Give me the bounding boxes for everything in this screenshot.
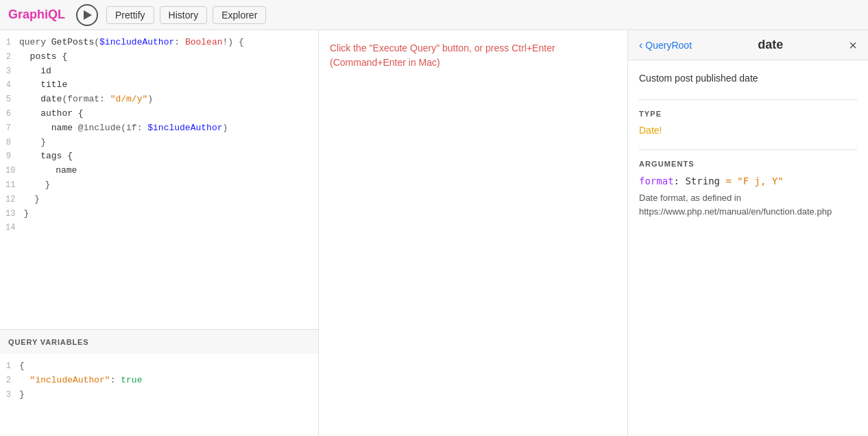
token: }: [23, 194, 39, 204]
line-content[interactable]: name @include(if: $includeAuthor): [19, 121, 318, 136]
query-variables-editor[interactable]: 1{2 "includeAuthor": true3}: [0, 354, 318, 436]
docs-back-link[interactable]: ‹ QueryRoot: [639, 39, 692, 51]
line-content[interactable]: "includeAuthor": true: [19, 374, 318, 388]
line-number: 13: [0, 207, 23, 221]
table-row: 11 }: [0, 178, 318, 193]
chevron-left-icon: ‹: [639, 39, 642, 51]
result-hint: Click the "Execute Query" button, or pre…: [330, 41, 616, 70]
query-editor[interactable]: 1query GetPosts($includeAuthor: Boolean!…: [0, 30, 318, 329]
token: date: [19, 94, 62, 104]
token: (: [94, 37, 99, 47]
line-content[interactable]: id: [19, 64, 318, 79]
line-content[interactable]: author {: [19, 107, 318, 121]
line-number: 11: [0, 178, 23, 192]
argument-row: format: String = "F j, Y" Date format, a…: [639, 175, 857, 218]
table-row: 3 id: [0, 64, 318, 79]
arg-default: = "F j, Y": [720, 175, 784, 186]
prettify-button[interactable]: Prettify: [106, 6, 154, 24]
token: ): [147, 94, 153, 104]
table-row: 1{: [0, 359, 318, 374]
line-number: 14: [0, 221, 23, 234]
token: $includeAuthor: [147, 123, 222, 133]
token: @include: [78, 123, 121, 133]
table-row: 2 "includeAuthor": true: [0, 374, 318, 388]
line-content[interactable]: }: [19, 136, 318, 150]
line-number: 7: [0, 121, 19, 135]
line-number: 2: [0, 50, 19, 64]
token: id: [19, 66, 51, 76]
line-content[interactable]: tags {: [19, 149, 318, 164]
token: Boolean: [185, 37, 223, 47]
table-row: 7 name @include(if: $includeAuthor): [0, 121, 318, 136]
table-row: 2 posts {: [0, 50, 318, 64]
table-row: 6 author {: [0, 107, 318, 121]
token: true: [121, 375, 142, 385]
type-section-title: TYPE: [639, 110, 857, 118]
docs-field-title: date: [692, 38, 849, 52]
line-number: 9: [0, 149, 19, 163]
line-content[interactable]: title: [19, 78, 318, 93]
main-area: 1query GetPosts($includeAuthor: Boolean!…: [0, 30, 868, 436]
divider: [639, 99, 857, 100]
header: GraphiQL Prettify History Explorer: [0, 0, 868, 30]
docs-body: Custom post published date TYPE Date! AR…: [628, 60, 868, 436]
line-number: 3: [0, 388, 19, 402]
history-button[interactable]: History: [160, 6, 208, 24]
line-number: 1: [0, 359, 19, 373]
docs-description: Custom post published date: [639, 71, 857, 86]
token: (if:: [121, 123, 147, 133]
table-row: 10 name: [0, 164, 318, 178]
token: :: [110, 375, 121, 385]
line-content[interactable]: }: [23, 207, 318, 221]
line-content[interactable]: {: [19, 359, 318, 374]
type-value[interactable]: Date!: [639, 125, 857, 136]
token: ): [222, 123, 228, 133]
line-content[interactable]: }: [19, 388, 318, 402]
token: $includeAuthor: [99, 37, 174, 47]
token: }: [19, 137, 46, 147]
line-content[interactable]: }: [23, 193, 318, 207]
table-row: 13}: [0, 207, 318, 221]
token: (format:: [62, 94, 110, 104]
execute-query-button[interactable]: [76, 4, 98, 26]
table-row: 1query GetPosts($includeAuthor: Boolean!…: [0, 36, 318, 50]
token: title: [19, 80, 67, 90]
token: }: [23, 180, 50, 190]
line-number: 1: [0, 36, 19, 49]
docs-back-label[interactable]: QueryRoot: [645, 40, 692, 51]
line-number: 6: [0, 107, 19, 121]
token: posts {: [19, 51, 67, 62]
line-content[interactable]: }: [23, 178, 318, 193]
line-number: 4: [0, 78, 19, 92]
token: name: [19, 123, 78, 133]
docs-close-button[interactable]: ×: [849, 38, 857, 52]
line-content[interactable]: date(format: "d/m/y"): [19, 93, 318, 107]
token: GetPosts: [51, 37, 94, 47]
explorer-button[interactable]: Explorer: [213, 6, 266, 24]
arg-description: Date format, as defined in https://www.p…: [639, 191, 857, 218]
table-row: 9 tags {: [0, 149, 318, 164]
line-content[interactable]: query GetPosts($includeAuthor: Boolean!)…: [19, 36, 318, 50]
play-icon: [84, 10, 92, 20]
line-number: 10: [0, 164, 23, 178]
line-content[interactable]: posts {: [19, 50, 318, 64]
line-number: 5: [0, 93, 19, 106]
docs-panel: ‹ QueryRoot date × Custom post published…: [628, 30, 868, 436]
table-row: 3}: [0, 388, 318, 402]
token: !) {: [222, 37, 243, 47]
table-row: 8 }: [0, 136, 318, 150]
line-number: 2: [0, 374, 19, 387]
token: name: [23, 165, 77, 175]
token: {: [19, 361, 25, 371]
table-row: 5 date(format: "d/m/y"): [0, 93, 318, 107]
divider-2: [639, 149, 857, 150]
query-variables-header: QUERY VARIABLES: [0, 329, 318, 354]
token: query: [19, 37, 51, 47]
line-number: 12: [0, 193, 23, 206]
line-content[interactable]: name: [23, 164, 318, 178]
table-row: 12 }: [0, 193, 318, 207]
left-panel: 1query GetPosts($includeAuthor: Boolean!…: [0, 30, 319, 436]
table-row: 4 title: [0, 78, 318, 93]
arg-name: format: [639, 175, 674, 186]
app-logo: GraphiQL: [8, 8, 65, 22]
